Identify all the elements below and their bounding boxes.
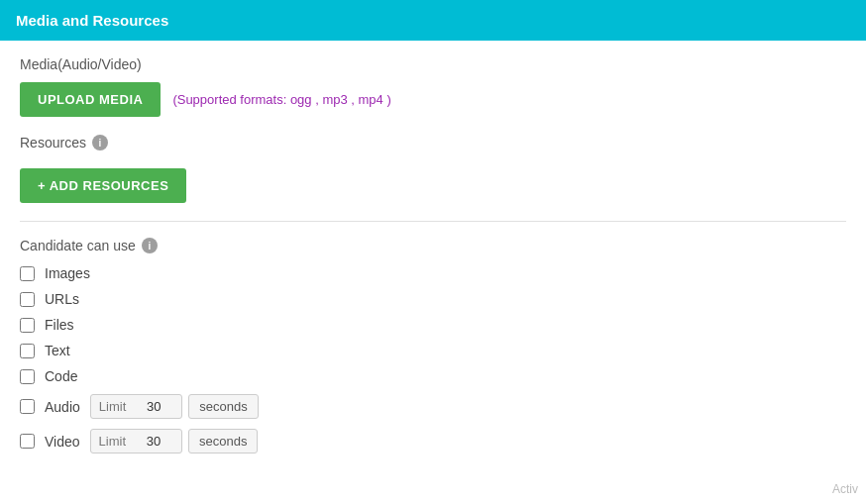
section-divider xyxy=(20,221,846,222)
text-checkbox[interactable] xyxy=(20,344,35,358)
resources-info-icon[interactable]: i xyxy=(92,135,108,151)
audio-limit-box: Limit xyxy=(90,394,182,419)
code-checkbox[interactable] xyxy=(20,369,35,384)
video-seconds-label: seconds xyxy=(188,429,258,454)
media-section-label: Media(Audio/Video) xyxy=(20,56,142,72)
video-checkbox[interactable] xyxy=(20,434,35,449)
urls-label[interactable]: URLs xyxy=(45,291,79,307)
upload-media-button[interactable]: UPLOAD MEDIA xyxy=(20,82,161,117)
media-section: Media(Audio/Video) UPLOAD MEDIA (Support… xyxy=(20,56,846,117)
header: Media and Resources xyxy=(0,0,866,41)
text-label[interactable]: Text xyxy=(45,343,70,358)
checkbox-files: Files xyxy=(20,317,846,333)
code-label[interactable]: Code xyxy=(45,368,77,384)
candidate-info-icon[interactable]: i xyxy=(142,238,158,253)
images-checkbox[interactable] xyxy=(20,266,35,281)
checkbox-audio: Audio Limit seconds xyxy=(20,394,846,419)
urls-checkbox[interactable] xyxy=(20,292,35,307)
supported-formats: (Supported formats: ogg , mp3 , mp4 ) xyxy=(172,92,390,107)
images-label[interactable]: Images xyxy=(45,265,90,281)
checkbox-text: Text xyxy=(20,343,846,358)
resources-label: Resources xyxy=(20,135,86,151)
checkbox-list: Images URLs Files Text Code Audio xyxy=(20,265,846,454)
video-limit-label: Limit xyxy=(99,434,126,449)
watermark: Activ xyxy=(832,482,858,496)
audio-checkbox[interactable] xyxy=(20,399,35,414)
video-label[interactable]: Video xyxy=(45,434,80,450)
checkbox-images: Images xyxy=(20,265,846,281)
checkbox-video: Video Limit seconds xyxy=(20,429,846,454)
audio-limit-input[interactable] xyxy=(134,399,173,414)
video-limit-control: Limit seconds xyxy=(90,429,259,454)
add-resources-button[interactable]: + ADD RESOURCES xyxy=(20,168,186,203)
audio-limit-control: Limit seconds xyxy=(90,394,259,419)
header-title: Media and Resources xyxy=(16,12,168,29)
resources-section: Resources i + ADD RESOURCES xyxy=(20,135,846,203)
audio-seconds-label: seconds xyxy=(188,394,258,419)
checkbox-urls: URLs xyxy=(20,291,846,307)
checkbox-code: Code xyxy=(20,368,846,384)
files-checkbox[interactable] xyxy=(20,318,35,333)
files-label[interactable]: Files xyxy=(45,317,74,333)
video-limit-box: Limit xyxy=(90,429,182,454)
video-limit-input[interactable] xyxy=(134,434,173,449)
candidate-label: Candidate can use i xyxy=(20,238,846,253)
candidate-section: Candidate can use i Images URLs Files Te… xyxy=(20,238,846,454)
audio-limit-label: Limit xyxy=(99,399,126,414)
audio-label[interactable]: Audio xyxy=(45,399,80,415)
